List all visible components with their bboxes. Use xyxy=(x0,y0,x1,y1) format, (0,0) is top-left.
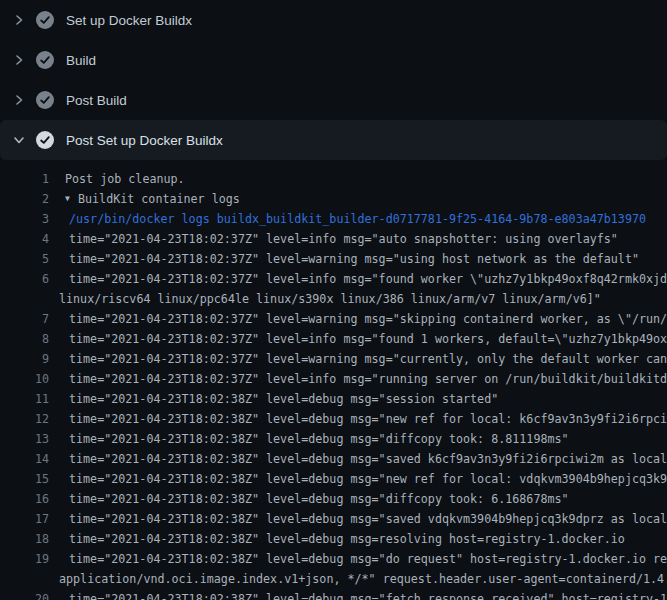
log-line: 7 time="2021-04-23T18:02:37Z" level=warn… xyxy=(0,309,667,329)
log-text: time="2021-04-23T18:02:38Z" level=debug … xyxy=(69,529,625,549)
log-text: linux/riscv64 linux/ppc64le linux/s390x … xyxy=(59,289,601,309)
step-title: Post Set up Docker Buildx xyxy=(66,133,223,148)
line-number[interactable]: 15 xyxy=(0,469,49,489)
log-text: application/vnd.oci.image.index.v1+json,… xyxy=(59,569,667,589)
log-text: time="2021-04-23T18:02:38Z" level=debug … xyxy=(69,589,667,600)
line-number[interactable]: 5 xyxy=(0,249,49,269)
line-number[interactable]: 1 xyxy=(0,169,49,189)
log-text: time="2021-04-23T18:02:37Z" level=warnin… xyxy=(69,349,667,369)
line-number[interactable]: 3 xyxy=(0,209,49,229)
steps-list: Set up Docker Buildx Build P xyxy=(0,0,667,160)
log-line: 11 time="2021-04-23T18:02:38Z" level=deb… xyxy=(0,389,667,409)
step-title: Build xyxy=(66,53,96,68)
check-circle-icon xyxy=(36,51,54,69)
log-text: time="2021-04-23T18:02:38Z" level=debug … xyxy=(69,429,569,449)
step-title: Set up Docker Buildx xyxy=(66,13,192,28)
log-line: application/vnd.oci.image.index.v1+json,… xyxy=(0,569,667,589)
log-line: 17 time="2021-04-23T18:02:38Z" level=deb… xyxy=(0,509,667,529)
log-line: 1 Post job cleanup. xyxy=(0,169,667,189)
step-header[interactable]: Set up Docker Buildx xyxy=(0,0,667,40)
line-number[interactable]: 12 xyxy=(0,409,49,429)
line-number[interactable]: 18 xyxy=(0,529,49,549)
step-title: Post Build xyxy=(66,93,127,108)
line-number[interactable]: 13 xyxy=(0,429,49,449)
line-number[interactable]: 9 xyxy=(0,349,49,369)
chevron-right-icon xyxy=(13,94,25,106)
log-line: 5 time="2021-04-23T18:02:37Z" level=warn… xyxy=(0,249,667,269)
line-number[interactable]: 16 xyxy=(0,489,49,509)
log-group-header: 2 ▼BuildKit container logs xyxy=(0,189,667,209)
workflow-log-panel: Set up Docker Buildx Build P xyxy=(0,0,667,600)
log-area[interactable]: 1 Post job cleanup. 2 ▼BuildKit containe… xyxy=(0,160,667,600)
log-line: 9 time="2021-04-23T18:02:37Z" level=warn… xyxy=(0,349,667,369)
check-circle-icon xyxy=(36,11,54,29)
log-text: time="2021-04-23T18:02:38Z" level=debug … xyxy=(69,469,667,489)
step-header[interactable]: Build xyxy=(0,40,667,80)
line-number[interactable]: 17 xyxy=(0,509,49,529)
line-number[interactable]: 6 xyxy=(0,269,49,289)
log-line: 20 time="2021-04-23T18:02:38Z" level=deb… xyxy=(0,589,667,600)
chevron-down-icon xyxy=(13,134,25,146)
line-number[interactable]: 10 xyxy=(0,369,49,389)
log-text: time="2021-04-23T18:02:38Z" level=debug … xyxy=(69,549,667,569)
log-text: time="2021-04-23T18:02:38Z" level=debug … xyxy=(69,409,667,429)
chevron-right-icon xyxy=(13,54,25,66)
line-number[interactable]: 19 xyxy=(0,549,49,569)
log-line: 10 time="2021-04-23T18:02:37Z" level=inf… xyxy=(0,369,667,389)
check-circle-icon xyxy=(36,91,54,109)
log-line: 8 time="2021-04-23T18:02:37Z" level=info… xyxy=(0,329,667,349)
step-header[interactable]: Post Set up Docker Buildx xyxy=(0,120,667,160)
step-header[interactable]: Post Build xyxy=(0,80,667,120)
expander-triangle-icon: ▼ xyxy=(65,189,70,209)
line-number[interactable]: 14 xyxy=(0,449,49,469)
log-text: time="2021-04-23T18:02:37Z" level=info m… xyxy=(69,369,667,389)
line-number[interactable]: 2 xyxy=(0,189,49,209)
log-text[interactable]: BuildKit container logs xyxy=(78,189,240,209)
log-line: 13 time="2021-04-23T18:02:38Z" level=deb… xyxy=(0,429,667,449)
line-number[interactable]: 7 xyxy=(0,309,49,329)
log-line: linux/riscv64 linux/ppc64le linux/s390x … xyxy=(0,289,667,309)
line-number[interactable]: 20 xyxy=(0,589,49,600)
log-text: time="2021-04-23T18:02:38Z" level=debug … xyxy=(69,389,498,409)
log-line: 6 time="2021-04-23T18:02:37Z" level=info… xyxy=(0,269,667,289)
log-line: 14 time="2021-04-23T18:02:38Z" level=deb… xyxy=(0,449,667,469)
log-line: 16 time="2021-04-23T18:02:38Z" level=deb… xyxy=(0,489,667,509)
log-line: 19 time="2021-04-23T18:02:38Z" level=deb… xyxy=(0,549,667,569)
log-text: time="2021-04-23T18:02:37Z" level=info m… xyxy=(69,229,618,249)
log-line: 4 time="2021-04-23T18:02:37Z" level=info… xyxy=(0,229,667,249)
log-text: Post job cleanup. xyxy=(65,169,185,189)
log-text: time="2021-04-23T18:02:38Z" level=debug … xyxy=(69,509,667,529)
log-text: /usr/bin/docker logs buildx_buildkit_bui… xyxy=(69,209,646,229)
log-line: 15 time="2021-04-23T18:02:38Z" level=deb… xyxy=(0,469,667,489)
log-text: time="2021-04-23T18:02:37Z" level=info m… xyxy=(69,329,667,349)
log-text: time="2021-04-23T18:02:37Z" level=warnin… xyxy=(69,249,639,269)
log-text: time="2021-04-23T18:02:37Z" level=info m… xyxy=(69,269,667,289)
line-number[interactable]: 11 xyxy=(0,389,49,409)
log-text: time="2021-04-23T18:02:37Z" level=warnin… xyxy=(69,309,667,329)
log-line: 3 /usr/bin/docker logs buildx_buildkit_b… xyxy=(0,209,667,229)
log-text: time="2021-04-23T18:02:38Z" level=debug … xyxy=(69,449,667,469)
chevron-right-icon xyxy=(13,14,25,26)
line-number[interactable]: 4 xyxy=(0,229,49,249)
check-circle-icon xyxy=(36,131,54,149)
log-line: 12 time="2021-04-23T18:02:38Z" level=deb… xyxy=(0,409,667,429)
line-number[interactable]: 8 xyxy=(0,329,49,349)
log-text: time="2021-04-23T18:02:38Z" level=debug … xyxy=(69,489,569,509)
log-line: 18 time="2021-04-23T18:02:38Z" level=deb… xyxy=(0,529,667,549)
